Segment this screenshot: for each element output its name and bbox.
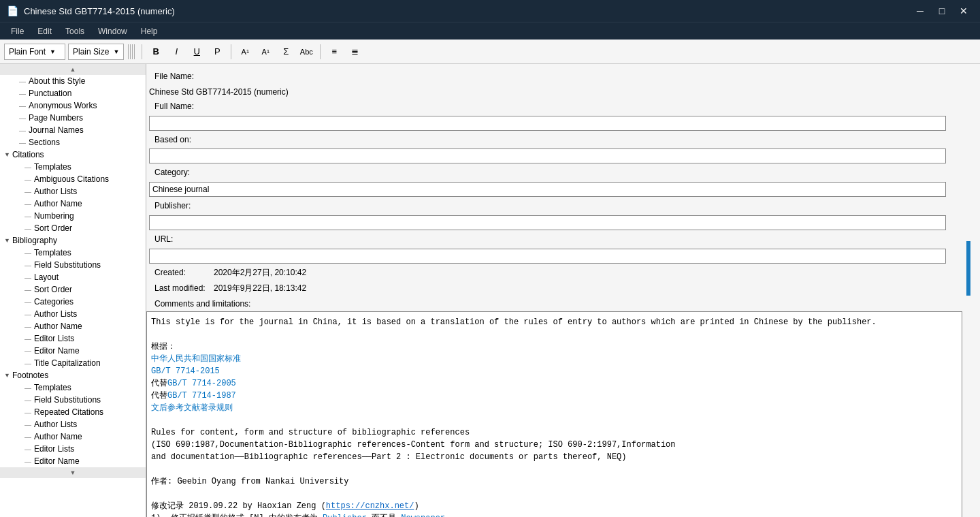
underline-button[interactable]: U: [187, 44, 206, 60]
close-button[interactable]: ✕: [954, 3, 973, 18]
menu-tools[interactable]: Tools: [59, 25, 91, 37]
sidebar-item-fn-authorname[interactable]: — Author Name: [0, 430, 146, 443]
sidebar-item-bib-sortorder[interactable]: — Sort Order: [0, 283, 146, 296]
form-row-basedon: Based on:: [146, 132, 980, 166]
sidebar-item-fn-templates[interactable]: — Templates: [0, 381, 146, 394]
sidebar-item-fn-authorlists[interactable]: — Author Lists: [0, 418, 146, 430]
sidebar-item-punctuation[interactable]: — Punctuation: [0, 87, 146, 99]
menu-file[interactable]: File: [4, 25, 31, 37]
sidebar-item-bib-titlecap[interactable]: — Title Capitalization: [0, 357, 146, 369]
sidebar-item-citations-numbering[interactable]: — Numbering: [0, 210, 146, 222]
superscript-button[interactable]: A1: [235, 44, 255, 60]
label-fullname: Full Name:: [146, 99, 980, 114]
caret-icon: ▼: [4, 151, 10, 158]
publisher-input[interactable]: [149, 215, 946, 230]
toolbar-separator-1: [142, 44, 142, 59]
font-size-dropdown[interactable]: Plain Size ▼: [68, 44, 124, 60]
sidebar-label: Author Name: [34, 322, 82, 331]
modified-row: Last modified: 2019年9月22日, 18:13:42: [146, 281, 980, 296]
sidebar-label: Title Capitalization: [34, 358, 101, 368]
basedon-input[interactable]: [149, 148, 946, 163]
sidebar-item-citations-templates[interactable]: — Templates: [0, 161, 146, 173]
dash-icon: —: [24, 323, 31, 330]
subscript-button[interactable]: A1: [256, 44, 275, 60]
sidebar-item-bib-authorlists[interactable]: — Author Lists: [0, 308, 146, 320]
toolbar: Plain Font ▼ Plain Size ▼ B I U P A1 A1 …: [0, 40, 980, 64]
sidebar-item-citations-sortorder[interactable]: — Sort Order: [0, 222, 146, 234]
sidebar-item-bib-authorname[interactable]: — Author Name: [0, 320, 146, 332]
sidebar-item-fn-fieldsubst[interactable]: — Field Substitutions: [0, 394, 146, 406]
sidebar-item-fn-editorname[interactable]: — Editor Name: [0, 455, 146, 467]
sidebar-label: Templates: [34, 383, 71, 392]
menu-window[interactable]: Window: [91, 25, 134, 37]
menu-help[interactable]: Help: [134, 25, 165, 37]
form-table: File Name: Chinese Std GBT7714-2015 (num…: [146, 68, 980, 265]
align-left-button[interactable]: ≡: [325, 44, 344, 60]
dash-icon: —: [24, 176, 31, 183]
fullname-input[interactable]: [149, 116, 946, 131]
align-justify-button[interactable]: ≣: [345, 44, 364, 60]
italic-button[interactable]: I: [167, 44, 186, 60]
value-modified: 2019年9月22日, 18:13:42: [211, 281, 980, 296]
sidebar-item-bib-layout[interactable]: — Layout: [0, 271, 146, 283]
sidebar-item-bib-editorname[interactable]: — Editor Name: [0, 345, 146, 357]
sidebar-label: Repeated Citations: [34, 407, 103, 417]
comments-wrapper: This style is for the journal in China, …: [146, 311, 970, 517]
sidebar-item-journalnames[interactable]: — Journal Names: [0, 124, 146, 136]
menu-edit[interactable]: Edit: [31, 25, 59, 37]
sidebar-item-citations-authorname[interactable]: — Author Name: [0, 198, 146, 210]
sidebar-item-fn-repeated[interactable]: — Repeated Citations: [0, 406, 146, 418]
dash-icon: —: [24, 262, 31, 269]
sidebar-item-fn-editorlists[interactable]: — Editor Lists: [0, 443, 146, 455]
dash-icon: —: [24, 188, 31, 195]
content-panel: File Name: Chinese Std GBT7714-2015 (num…: [146, 64, 980, 517]
abc-button[interactable]: Abc: [297, 44, 316, 60]
sidebar-label: Author Lists: [34, 309, 77, 319]
sidebar-item-about[interactable]: — About this Style: [0, 75, 146, 87]
sidebar-item-bib-templates[interactable]: — Templates: [0, 247, 146, 259]
toolbar-separator-3: [320, 44, 321, 59]
maximize-button[interactable]: □: [932, 3, 951, 18]
sigma-button[interactable]: Σ: [276, 44, 295, 60]
value-basedon: [146, 147, 980, 165]
sidebar-label: Author Name: [34, 432, 82, 441]
sidebar-label: Author Lists: [34, 187, 77, 196]
sidebar-item-citations-authorlists[interactable]: — Author Lists: [0, 185, 146, 198]
sidebar-section-citations[interactable]: ▼ Citations: [0, 148, 146, 161]
url-input[interactable]: [149, 249, 946, 264]
comment-gbt: GB/T 7714-2015: [151, 366, 220, 376]
toolbar-drag-handle: [128, 44, 135, 59]
sidebar-item-bib-fieldsubst[interactable]: — Field Substitutions: [0, 259, 146, 271]
link1[interactable]: https://cnzhx.net/: [326, 501, 414, 511]
sidebar-item-bib-editorlists[interactable]: — Editor Lists: [0, 332, 146, 345]
dash-icon: —: [19, 90, 26, 97]
sidebar-item-sections[interactable]: — Sections: [0, 136, 146, 148]
sidebar-scroll-down[interactable]: ▼: [0, 467, 146, 478]
dash-icon: —: [24, 213, 31, 220]
label-publisher: Publisher:: [146, 198, 980, 214]
sidebar-item-pagenumbers[interactable]: — Page Numbers: [0, 112, 146, 124]
sidebar-item-citations-ambiguous[interactable]: — Ambiguous Citations: [0, 173, 146, 185]
minimize-button[interactable]: ─: [911, 3, 930, 18]
dash-icon: —: [24, 360, 31, 367]
sidebar-item-anonymous[interactable]: — Anonymous Works: [0, 99, 146, 112]
font-name-dropdown[interactable]: Plain Font ▼: [4, 44, 65, 60]
sidebar-label-bibliography: Bibliography: [12, 236, 57, 245]
comments-area[interactable]: This style is for the journal in China, …: [146, 311, 962, 517]
sidebar-item-bib-categories[interactable]: — Categories: [0, 296, 146, 308]
category-input[interactable]: [149, 182, 946, 197]
sidebar-section-footnotes[interactable]: ▼ Footnotes: [0, 369, 146, 381]
dash-icon: —: [19, 114, 26, 122]
dash-icon: —: [24, 163, 31, 171]
dash-icon: —: [24, 433, 31, 441]
window-title: Chinese Std GBT7714-2015 (numeric): [24, 6, 175, 16]
sidebar-section-bibliography[interactable]: ▼ Bibliography: [0, 234, 146, 247]
plain-button[interactable]: P: [208, 44, 227, 60]
label-created: Created:: [146, 265, 211, 281]
label-url: URL:: [146, 232, 980, 247]
dash-icon: —: [24, 249, 31, 257]
scrollbar-thumb[interactable]: [966, 241, 970, 296]
window-controls[interactable]: ─ □ ✕: [911, 3, 973, 18]
sidebar-scroll-up[interactable]: ▲: [0, 64, 146, 75]
bold-button[interactable]: B: [146, 44, 165, 60]
